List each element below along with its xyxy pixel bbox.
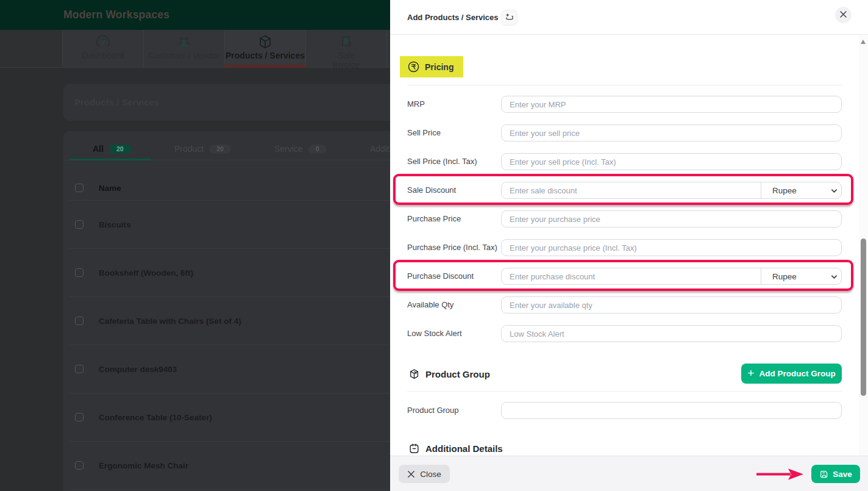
row-divider: [69, 489, 402, 490]
product-group-heading-label: Product Group: [425, 369, 490, 379]
nav-tab-label: Sale Invoice: [330, 51, 362, 70]
row-checkbox[interactable]: [75, 413, 84, 421]
field-label: Sell Price (Incl. Tax): [407, 153, 477, 170]
table-row[interactable]: Computer desk9403: [63, 345, 402, 393]
users-icon: [176, 34, 192, 50]
drawer-footer: Close Save: [390, 456, 868, 491]
scrollbar-thumb[interactable]: [861, 238, 866, 396]
package-icon: [408, 368, 420, 380]
drawer-scrollbar[interactable]: [859, 35, 868, 456]
section-divider: [407, 85, 842, 85]
pricing-section-heading: Pricing: [400, 56, 463, 77]
table-row[interactable]: Biscuits: [63, 200, 402, 248]
sale-discount-input[interactable]: [502, 182, 761, 198]
scrollbar-up-arrow[interactable]: [861, 40, 866, 44]
filter-tab-all[interactable]: All 20: [93, 142, 131, 156]
table-row[interactable]: Ergonomic Mesh Chair: [63, 441, 402, 489]
product-name: Cafeteria Table with Chairs (Set of 4): [99, 316, 241, 325]
nav-tab-sale-invoice[interactable]: Sale Invoice: [305, 30, 386, 67]
active-filter-tab-underline: [69, 159, 151, 160]
package-icon: [257, 34, 273, 50]
active-nav-tab-underline: [224, 65, 305, 67]
field-label: Purchase Price: [407, 210, 461, 228]
filter-tab-product[interactable]: Product 20: [174, 142, 231, 156]
save-button-label: Save: [833, 470, 852, 479]
save-floppy-icon: [819, 470, 828, 479]
close-button-label: Close: [420, 470, 441, 479]
field-label: MRP: [407, 96, 425, 113]
section-divider: [407, 391, 842, 392]
dimmed-background-page: Modern Workspaces Dashboard Customer / V…: [0, 0, 402, 491]
product-group-input[interactable]: [501, 402, 842, 419]
products-services-title-card: Products / Services: [63, 84, 402, 121]
filter-tab-count-badge: 20: [209, 145, 231, 154]
app-title: Modern Workspaces: [63, 0, 169, 30]
note-icon: [408, 443, 420, 454]
chevron-down-icon: [830, 273, 838, 281]
filter-tab-count-badge: 0: [308, 145, 327, 154]
sell-price-input[interactable]: [501, 124, 842, 142]
product-name: Conference Table (10-Seater): [99, 412, 212, 421]
low-stock-alert-input[interactable]: [501, 325, 842, 342]
field-label: Purchase Discount: [407, 268, 474, 285]
field-label: Low Stock Alert: [407, 325, 462, 342]
product-name: Biscuits: [99, 220, 131, 229]
drawer-close-button[interactable]: [835, 7, 852, 23]
filter-tab-label: Product: [174, 144, 204, 154]
sell-price-incl-tax-input[interactable]: [501, 153, 842, 170]
purchase-price-input[interactable]: [501, 210, 842, 228]
filter-tabs: All 20 Product 20 Service 0 Additional: [63, 131, 402, 160]
add-product-group-label: Add Product Group: [759, 369, 835, 378]
save-button[interactable]: Save: [811, 465, 860, 483]
table-row[interactable]: Conference Table (10-Seater): [63, 393, 402, 441]
purchase-price-incl-tax-input[interactable]: [501, 239, 842, 256]
available-qty-input[interactable]: [501, 296, 842, 314]
product-name: Ergonomic Mesh Chair: [99, 461, 188, 470]
filter-tab-service[interactable]: Service 0: [274, 142, 327, 156]
form-row-sell-price: Sell Price: [407, 124, 859, 142]
row-checkbox[interactable]: [75, 220, 84, 229]
app-header: Modern Workspaces: [0, 0, 402, 30]
row-checkbox[interactable]: [75, 268, 84, 277]
row-checkbox[interactable]: [75, 317, 84, 325]
pin-drawer-button[interactable]: [501, 10, 518, 26]
nav-tab-customer-vendor[interactable]: Customer / Vendor: [143, 30, 224, 67]
add-products-services-drawer: Add Products / Services Pricing MRP Sell…: [390, 0, 868, 491]
mrp-input[interactable]: [501, 96, 842, 113]
field-label: Sale Discount: [407, 182, 456, 199]
gauge-icon: [95, 34, 111, 50]
drawer-title: Add Products / Services: [407, 0, 499, 35]
form-row-sell-price-incl-tax: Sell Price (Incl. Tax): [407, 153, 859, 170]
table-row[interactable]: Bookshelf (Wooden, 6ft): [63, 248, 402, 296]
close-button[interactable]: Close: [399, 465, 450, 483]
purchase-discount-input[interactable]: [502, 268, 761, 284]
additional-details-section-heading: Additional Details: [408, 442, 503, 454]
add-product-group-button[interactable]: + Add Product Group: [741, 364, 842, 384]
field-label: Sell Price: [407, 124, 441, 142]
main-navbar: Dashboard Customer / Vendor Products / S…: [0, 30, 402, 68]
page-title: Products / Services: [74, 84, 159, 121]
field-label: Product Group: [407, 402, 459, 419]
pin-tab-icon: [505, 13, 514, 23]
receipt-icon: [338, 34, 354, 50]
nav-tab-label: Customer / Vendor: [149, 51, 220, 60]
selected-unit: Rupee: [772, 186, 797, 195]
pricing-heading-label: Pricing: [425, 62, 454, 72]
sale-discount-unit-select[interactable]: Rupee: [761, 182, 841, 198]
drawer-header: Add Products / Services: [390, 0, 868, 35]
form-row-purchase-discount: Purchase Discount Rupee: [407, 268, 859, 285]
products-services-table-card: All 20 Product 20 Service 0 Additional N…: [63, 131, 402, 491]
nav-tab-products-services[interactable]: Products / Services: [224, 30, 305, 67]
row-checkbox[interactable]: [75, 365, 84, 373]
close-x-icon: [407, 470, 415, 478]
product-name: Computer desk9403: [99, 364, 177, 373]
form-row-available-qty: Available Qty: [407, 296, 859, 314]
nav-tab-dashboard[interactable]: Dashboard: [62, 30, 143, 67]
select-all-checkbox[interactable]: [75, 184, 84, 192]
chevron-down-icon: [830, 187, 838, 195]
rupee-icon: [408, 61, 419, 73]
drawer-body: Pricing MRP Sell Price Sell Price (Incl.…: [390, 35, 868, 456]
purchase-discount-unit-select[interactable]: Rupee: [761, 268, 841, 284]
row-checkbox[interactable]: [75, 461, 84, 470]
table-row[interactable]: Cafeteria Table with Chairs (Set of 4): [63, 296, 402, 345]
